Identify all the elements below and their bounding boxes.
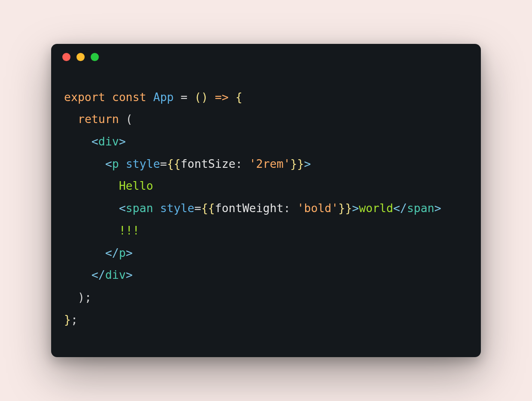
equals: = bbox=[194, 201, 201, 215]
equals: = bbox=[160, 157, 167, 170]
attr-style: style bbox=[126, 157, 160, 170]
space bbox=[153, 201, 160, 215]
angle-open: < bbox=[105, 157, 112, 170]
double-brace-close: }} bbox=[338, 201, 352, 215]
slash: / bbox=[400, 201, 407, 215]
indent bbox=[64, 290, 78, 304]
identifier-app: App bbox=[153, 90, 174, 104]
angle-close: > bbox=[126, 246, 133, 259]
brace-close: } bbox=[64, 313, 71, 326]
window-minimize-icon[interactable] bbox=[76, 53, 85, 61]
string-bold: 'bold' bbox=[297, 201, 339, 215]
indent bbox=[64, 179, 119, 192]
angle-close: > bbox=[352, 201, 359, 215]
paren-open: ( bbox=[119, 112, 133, 126]
code-block: export const App = () => { return ( <div… bbox=[51, 71, 481, 339]
space bbox=[119, 157, 126, 170]
angle-open: < bbox=[92, 268, 98, 281]
jsx-text-bangs: !!! bbox=[119, 224, 140, 237]
tag-p: p bbox=[112, 157, 119, 170]
window-titlebar bbox=[51, 44, 481, 71]
angle-close: > bbox=[304, 157, 311, 170]
double-brace-open: {{ bbox=[167, 157, 180, 170]
tag-div: div bbox=[98, 135, 119, 148]
tag-p-close: p bbox=[119, 246, 126, 259]
space bbox=[146, 90, 153, 104]
keyword-return: return bbox=[78, 112, 119, 126]
indent bbox=[64, 246, 105, 259]
jsx-text-hello: Hello bbox=[119, 179, 153, 192]
paren-close: ) bbox=[78, 290, 85, 304]
parens-empty: () bbox=[194, 90, 208, 104]
window-maximize-icon[interactable] bbox=[91, 53, 99, 61]
indent bbox=[64, 201, 119, 215]
angle-close: > bbox=[119, 135, 126, 148]
indent bbox=[64, 157, 105, 170]
operator-equals: = bbox=[174, 90, 194, 104]
slash: / bbox=[98, 268, 105, 281]
tag-span-close: span bbox=[407, 201, 434, 215]
double-brace-close: }} bbox=[290, 157, 304, 170]
semicolon: ; bbox=[85, 290, 92, 304]
brace-open: { bbox=[235, 90, 242, 104]
jsx-text-world: world bbox=[359, 201, 393, 215]
indent bbox=[64, 135, 92, 148]
tag-div-close: div bbox=[105, 268, 126, 281]
angle-close: > bbox=[434, 201, 441, 215]
string-2rem: '2rem' bbox=[249, 157, 290, 170]
keyword-export: export bbox=[64, 90, 105, 104]
colon: : bbox=[235, 157, 249, 170]
window-close-icon[interactable] bbox=[62, 53, 70, 61]
page-stage: export const App = () => { return ( <div… bbox=[0, 0, 532, 401]
angle-open: < bbox=[393, 201, 400, 215]
slash: / bbox=[112, 246, 119, 259]
angle-close: > bbox=[126, 268, 133, 281]
tag-span: span bbox=[126, 201, 153, 215]
prop-fontweight: fontWeight bbox=[215, 201, 284, 215]
colon: : bbox=[284, 201, 297, 215]
indent bbox=[64, 112, 78, 126]
arrow: => bbox=[208, 90, 235, 104]
attr-style: style bbox=[160, 201, 194, 215]
semicolon: ; bbox=[71, 313, 78, 326]
indent bbox=[64, 268, 92, 281]
space bbox=[105, 90, 112, 104]
angle-open: < bbox=[119, 201, 126, 215]
prop-fontsize: fontSize bbox=[180, 157, 235, 170]
double-brace-open: {{ bbox=[201, 201, 215, 215]
keyword-const: const bbox=[112, 90, 147, 104]
angle-open: < bbox=[105, 246, 112, 259]
code-window: export const App = () => { return ( <div… bbox=[51, 44, 481, 357]
indent bbox=[64, 224, 119, 237]
angle-open: < bbox=[92, 135, 98, 148]
